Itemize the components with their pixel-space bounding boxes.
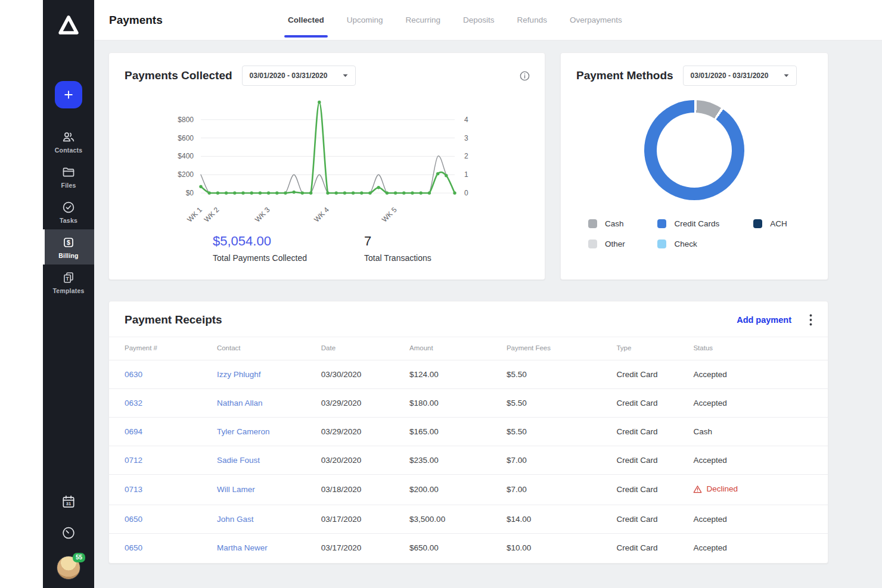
fees-cell: $5.50 [507,418,617,446]
amount-cell: $124.00 [409,360,507,389]
tab-overpayments[interactable]: Overpayments [570,0,622,40]
sidebar-item-label: Billing [58,252,78,259]
sidebar-item-label: Templates [53,287,85,294]
status-cell: Accepted [693,505,828,533]
fees-cell: $14.00 [507,505,617,533]
amount-cell: $180.00 [409,389,507,418]
svg-text:1: 1 [464,170,468,179]
table-row: 0694Tyler Cameron03/29/2020$165.00$5.50C… [109,418,828,446]
contact-link[interactable]: Will Lamer [217,485,255,494]
templates-icon: T [61,270,76,285]
payment-methods-card: Payment Methods 03/01/2020 - 03/31/2020 … [560,52,828,280]
svg-text:WK 1: WK 1 [185,206,204,224]
svg-text:2: 2 [464,152,468,160]
page-header: Payments CollectedUpcomingRecurringDepos… [94,0,882,41]
info-button[interactable] [519,70,530,82]
sidebar: Contacts Files Tasks $ Billing [43,0,94,588]
chevron-down-icon [343,74,348,77]
fees-cell: $5.50 [507,389,617,418]
app-logo[interactable] [55,12,82,39]
legend-item-ach: ACH [753,219,806,228]
content: Payments Collected 03/01/2020 - 03/31/20… [94,41,882,588]
sidebar-item-tasks[interactable]: Tasks [43,194,94,229]
payment-methods-legend: CashCredit CardsACHOtherCheck [588,219,806,248]
table-row: 0713Will Lamer03/18/2020$200.00$7.00Cred… [109,475,828,505]
tab-refunds[interactable]: Refunds [517,0,547,40]
chevron-down-icon [784,74,789,77]
contact-link[interactable]: Izzy Phlughf [217,370,261,379]
date-range-select[interactable]: 03/01/2020 - 03/31/2020 [242,66,356,86]
check-circle-icon [61,200,76,214]
total-payments-stat: $5,054.00 Total Payments Collected [213,234,307,263]
type-cell: Credit Card [616,446,693,475]
window-gutter [0,0,43,588]
legend-item-cash: Cash [588,219,657,228]
page-title: Payments [109,14,288,27]
status-cell: Accepted [693,446,828,475]
sidebar-item-billing[interactable]: $ Billing [43,229,94,265]
amount-cell: $650.00 [409,533,507,562]
amount-cell: $3,500.00 [409,505,507,533]
payment-number-link[interactable]: 0694 [125,427,142,436]
svg-text:$200: $200 [178,170,194,179]
contacts-icon [61,130,76,144]
sidebar-item-files[interactable]: Files [43,159,94,194]
more-options-button[interactable] [809,314,812,326]
sidebar-item-label: Files [61,182,76,189]
total-amount-value: $5,054.00 [213,234,307,249]
tab-recurring[interactable]: Recurring [406,0,441,40]
payment-methods-donut [644,100,744,200]
payments-tabs: CollectedUpcomingRecurringDepositsRefund… [288,0,622,40]
clock-icon [61,525,76,540]
total-transactions-value: 7 [364,234,431,249]
add-button[interactable] [55,81,82,108]
status-cell: Accepted [693,533,828,562]
type-cell: Credit Card [616,475,693,505]
status-cell: Cash [693,418,828,446]
date-range-select[interactable]: 03/01/2020 - 03/31/2020 [683,66,797,86]
date-cell: 03/30/2020 [321,360,409,389]
contact-link[interactable]: Tyler Cameron [217,427,270,436]
legend-item-check: Check [657,239,753,248]
user-avatar[interactable]: 55 [57,556,80,580]
plus-icon [63,89,74,101]
contact-link[interactable]: Martha Newer [217,543,268,552]
timer-button[interactable] [61,525,76,540]
date-cell: 03/29/2020 [321,389,409,418]
payment-number-link[interactable]: 0713 [125,485,142,494]
svg-text:$0: $0 [185,189,194,197]
contact-link[interactable]: John Gast [217,515,254,524]
sidebar-item-label: Contacts [55,147,83,154]
payment-number-link[interactable]: 0650 [125,515,142,524]
amount-cell: $165.00 [409,418,507,446]
status-text: Accepted [693,543,726,552]
tab-collected[interactable]: Collected [288,0,324,40]
svg-text:4: 4 [464,116,468,124]
column-header: Payment Fees [507,337,617,360]
column-header: Status [693,337,828,360]
legend-label: Credit Cards [674,219,719,228]
payment-number-link[interactable]: 0650 [125,543,142,552]
tab-upcoming[interactable]: Upcoming [347,0,383,40]
column-header: Amount [409,337,507,360]
payment-number-link[interactable]: 0630 [125,370,142,379]
calendar-button[interactable]: 31 [61,494,76,509]
contact-link[interactable]: Nathan Allan [217,399,263,407]
sidebar-item-templates[interactable]: T Templates [43,265,94,300]
payment-number-link[interactable]: 0712 [125,456,142,465]
table-row: 0632Nathan Allan03/29/2020$180.00$5.50Cr… [109,389,828,418]
tab-deposits[interactable]: Deposits [463,0,495,40]
payment-number-link[interactable]: 0632 [125,399,142,407]
svg-text:WK 4: WK 4 [312,206,331,224]
add-payment-button[interactable]: Add payment [737,315,791,325]
contact-link[interactable]: Sadie Foust [217,456,260,465]
info-icon [519,70,530,82]
date-cell: 03/29/2020 [321,418,409,446]
svg-text:3: 3 [464,134,468,142]
svg-text:$800: $800 [178,116,194,124]
fees-cell: $10.00 [507,533,617,562]
sidebar-item-contacts[interactable]: Contacts [43,124,94,159]
payments-line-chart: $00$2001$4002$6003$8004WK 1WK 2WK 3WK 4W… [152,92,502,232]
svg-text:T: T [66,276,69,282]
svg-text:WK 5: WK 5 [380,206,398,224]
